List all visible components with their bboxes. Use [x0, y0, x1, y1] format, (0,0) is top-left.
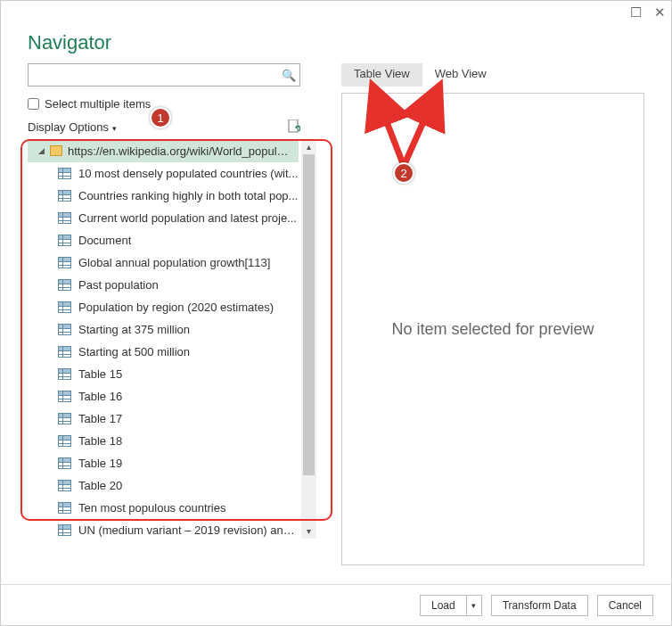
table-icon	[58, 212, 71, 224]
tree-item-label: Starting at 500 million	[78, 345, 190, 358]
left-panel: 🔍 Select multiple items Display Options …	[28, 63, 300, 539]
table-icon	[58, 502, 71, 514]
annotation-callout-1: 1	[150, 107, 171, 128]
tree-item-label: Starting at 375 million	[78, 323, 190, 336]
window-title: Navigator	[28, 31, 111, 54]
search-box[interactable]: 🔍	[28, 63, 300, 86]
select-multiple-label: Select multiple items	[45, 97, 151, 111]
table-icon	[58, 413, 71, 424]
table-icon	[58, 168, 71, 179]
tree-item[interactable]: Document	[28, 229, 299, 251]
tree-item-label: Table 17	[78, 412, 122, 425]
tree-item[interactable]: Ten most populous countries	[28, 497, 299, 519]
tree-item[interactable]: Table 16	[28, 385, 299, 408]
load-dropdown[interactable]: ▾	[466, 595, 482, 616]
search-icon[interactable]: 🔍	[278, 69, 299, 82]
tree-item[interactable]: 10 most densely populated countries (wit…	[28, 162, 299, 185]
transform-data-button[interactable]: Transform Data	[491, 595, 588, 616]
tree-item-label: Global annual population growth[113]	[78, 256, 270, 269]
table-icon	[58, 480, 71, 491]
tab-web-view[interactable]: Web View	[422, 63, 499, 86]
table-icon	[58, 279, 71, 291]
table-icon	[58, 235, 71, 246]
tree-item-label: Table 20	[78, 479, 122, 492]
cancel-button[interactable]: Cancel	[597, 595, 653, 616]
select-multiple-checkbox[interactable]	[28, 98, 39, 110]
table-icon	[58, 391, 71, 402]
tree-item-label: Table 19	[78, 457, 122, 470]
tab-table-view[interactable]: Table View	[341, 63, 422, 86]
search-input[interactable]	[29, 69, 278, 82]
table-icon	[58, 457, 71, 469]
tree-item[interactable]: Starting at 500 million	[28, 341, 299, 363]
tree-item-label: Ten most populous countries	[78, 501, 225, 515]
tree-item[interactable]: Current world population and latest proj…	[28, 207, 299, 229]
titlebar: ☐ ✕	[630, 4, 666, 21]
tree-item[interactable]: Global annual population growth[113]	[28, 251, 299, 274]
preview-empty-text: No item selected for preview	[391, 320, 594, 339]
tree-item[interactable]: Population by region (2020 estimates)	[28, 296, 299, 318]
table-icon	[58, 524, 71, 536]
table-icon	[58, 346, 71, 358]
navigator-window: ☐ ✕ Navigator 🔍 Select multiple items Di…	[0, 0, 672, 626]
display-options-button[interactable]: Display Options ▾	[28, 120, 117, 134]
tree-item-label: UN (medium variant – 2019 revision) and.…	[78, 523, 299, 537]
chevron-down-icon: ▾	[112, 124, 117, 133]
svg-rect-0	[289, 119, 298, 132]
tree-item[interactable]: Starting at 375 million	[28, 318, 299, 341]
table-icon	[58, 368, 71, 380]
close-icon[interactable]: ✕	[654, 4, 666, 21]
load-split-button: Load ▾	[420, 595, 482, 616]
tree-item-label: Countries ranking highly in both total p…	[78, 189, 298, 202]
table-icon	[58, 435, 71, 447]
tree-item[interactable]: Table 17	[28, 408, 299, 430]
tree-item-label: Past population	[78, 278, 159, 292]
maximize-icon[interactable]: ☐	[630, 4, 642, 21]
table-icon	[58, 190, 71, 202]
tree-item-label: Table 15	[78, 367, 122, 381]
tree-item[interactable]: Table 15	[28, 363, 299, 385]
load-button[interactable]: Load	[420, 595, 466, 616]
annotation-callout-2: 2	[393, 162, 414, 184]
tree-item[interactable]: Table 18	[28, 430, 299, 452]
footer: Load ▾ Transform Data Cancel	[1, 584, 671, 625]
expand-icon[interactable]: ◢	[38, 146, 45, 155]
tree-item[interactable]: Table 20	[28, 474, 299, 497]
tree-root-label: https://en.wikipedia.org/wiki/World_popu…	[68, 144, 291, 158]
folder-icon	[50, 145, 62, 156]
tree-scrollbar[interactable]: ▴ ▾	[301, 139, 316, 539]
table-icon	[58, 301, 71, 313]
table-icon	[58, 257, 71, 268]
tree-item-label: Table 16	[78, 390, 122, 403]
tree-item-label: 10 most densely populated countries (wit…	[78, 167, 298, 180]
tree-item[interactable]: Past population	[28, 274, 299, 296]
tree: ◢ https://en.wikipedia.org/wiki/World_po…	[28, 139, 299, 539]
scroll-thumb[interactable]	[303, 154, 315, 475]
tree-item[interactable]: Countries ranking highly in both total p…	[28, 185, 299, 207]
preview-pane: No item selected for preview	[341, 93, 644, 565]
tree-item-label: Document	[78, 234, 131, 247]
table-icon	[58, 324, 71, 335]
tree-root-item[interactable]: ◢ https://en.wikipedia.org/wiki/World_po…	[28, 139, 299, 162]
tree-container: ◢ https://en.wikipedia.org/wiki/World_po…	[28, 139, 316, 539]
tree-item-label: Table 18	[78, 434, 122, 448]
tree-item[interactable]: UN (medium variant – 2019 revision) and.…	[28, 519, 299, 539]
tree-item-label: Population by region (2020 estimates)	[78, 301, 274, 314]
scroll-up-icon[interactable]: ▴	[301, 139, 316, 154]
scroll-down-icon[interactable]: ▾	[301, 523, 316, 539]
view-tabs: Table View Web View	[341, 63, 644, 86]
right-panel: Table View Web View No item selected for…	[341, 63, 644, 565]
refresh-icon[interactable]	[288, 119, 300, 134]
tree-item[interactable]: Table 19	[28, 452, 299, 474]
tree-item-label: Current world population and latest proj…	[78, 211, 297, 225]
